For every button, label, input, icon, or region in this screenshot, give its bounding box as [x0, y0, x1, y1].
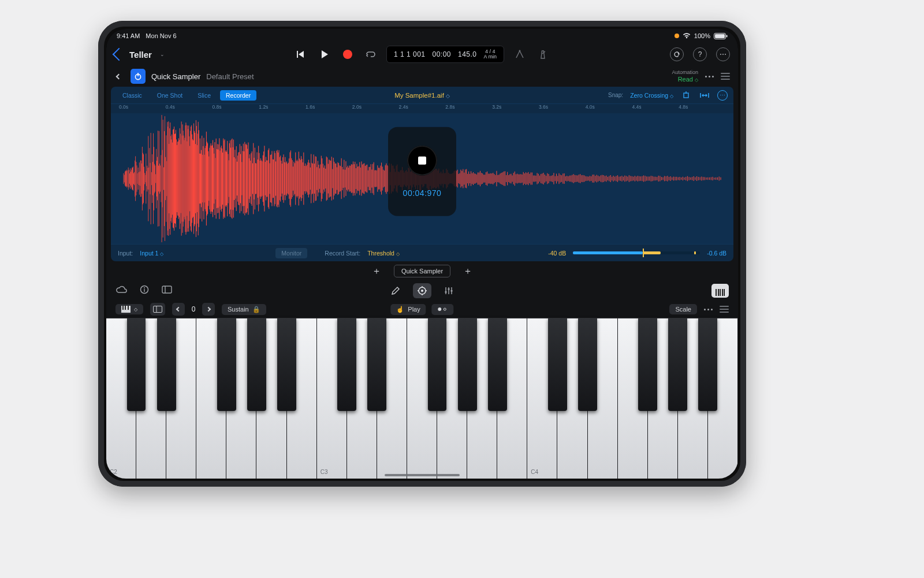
- more-menu-button[interactable]: ⋯: [716, 47, 730, 61]
- svg-rect-39: [141, 161, 141, 197]
- input-level-meter[interactable]: [573, 251, 700, 254]
- svg-rect-538: [572, 175, 572, 183]
- sustain-button[interactable]: Sustain🔒: [222, 304, 266, 315]
- svg-rect-37: [140, 172, 140, 186]
- keyboard-more-icon[interactable]: [704, 309, 713, 310]
- record-start-value[interactable]: Threshold◇: [367, 250, 400, 257]
- svg-rect-110: [183, 131, 184, 227]
- play-mode-button[interactable]: ☝Play: [390, 304, 426, 315]
- play-button[interactable]: [317, 47, 332, 62]
- svg-rect-180: [226, 150, 226, 207]
- keyboard-drag-handle-icon[interactable]: [720, 306, 729, 313]
- svg-rect-572: [619, 177, 619, 181]
- trim-icon[interactable]: [680, 90, 692, 101]
- black-key[interactable]: [488, 318, 507, 411]
- project-dropdown-caret[interactable]: ⌄: [160, 51, 165, 57]
- svg-rect-50: [147, 168, 148, 190]
- glissando-button[interactable]: [432, 304, 454, 315]
- black-key[interactable]: [668, 318, 687, 411]
- svg-rect-16: [126, 170, 127, 188]
- svg-rect-30: [135, 156, 136, 201]
- svg-rect-65: [157, 161, 157, 197]
- svg-rect-229: [260, 158, 261, 199]
- power-button[interactable]: [131, 69, 146, 84]
- sample-filename[interactable]: My Sample#1.aif◇: [394, 92, 450, 99]
- undo-button[interactable]: [670, 47, 684, 61]
- keyboard-mode-selector[interactable]: ◇: [116, 304, 143, 314]
- lcd-display[interactable]: 1 1 1 001 00:00 145.0 4 / 4A min: [386, 46, 504, 63]
- svg-rect-643: [162, 286, 172, 293]
- black-key[interactable]: [638, 318, 657, 411]
- split-view-icon[interactable]: [150, 303, 165, 316]
- loop-markers-icon[interactable]: [699, 90, 710, 101]
- project-title[interactable]: Teller: [129, 50, 152, 60]
- mode-tab-slice[interactable]: Slice: [192, 90, 217, 101]
- automation-selector[interactable]: Automation Read ◇: [672, 70, 698, 83]
- tuner-icon[interactable]: [512, 47, 527, 62]
- back-button[interactable]: [113, 48, 126, 61]
- svg-rect-633: [711, 177, 711, 180]
- svg-rect-547: [584, 175, 584, 181]
- black-key[interactable]: [578, 318, 597, 411]
- stop-record-button[interactable]: [407, 146, 437, 176]
- instrument-preset[interactable]: Default Preset: [206, 72, 254, 81]
- metronome-icon[interactable]: [535, 47, 550, 62]
- mode-tab-classic[interactable]: Classic: [117, 90, 148, 101]
- input-value[interactable]: Input 1 ◇: [140, 250, 163, 257]
- black-key[interactable]: [127, 318, 146, 411]
- black-key[interactable]: [247, 318, 266, 411]
- mixer-sliders-icon[interactable]: [439, 283, 458, 298]
- mode-tab-oneshot[interactable]: One Shot: [151, 90, 188, 101]
- svg-rect-495: [517, 174, 517, 184]
- record-button[interactable]: [340, 47, 355, 62]
- black-key[interactable]: [367, 318, 386, 411]
- black-key[interactable]: [458, 318, 477, 411]
- piano-keyboard[interactable]: C2 C3 C4: [106, 318, 738, 479]
- svg-rect-520: [548, 174, 549, 183]
- mode-tab-recorder[interactable]: Recorder: [220, 90, 256, 101]
- svg-rect-80: [166, 135, 166, 222]
- svg-rect-554: [594, 175, 594, 183]
- scale-button[interactable]: Scale: [669, 304, 697, 314]
- rewind-button[interactable]: [294, 47, 309, 62]
- instrument-back-button[interactable]: [112, 70, 125, 83]
- svg-rect-550: [588, 177, 588, 181]
- waveform-display[interactable]: 00:04:970: [111, 113, 733, 244]
- svg-rect-15: [126, 171, 126, 187]
- instrument-more-icon[interactable]: [705, 76, 714, 77]
- cloud-icon[interactable]: [116, 286, 127, 296]
- info-icon[interactable]: [140, 285, 149, 297]
- black-key[interactable]: [428, 318, 447, 411]
- black-key[interactable]: [157, 318, 176, 411]
- plugin-chip[interactable]: Quick Sampler: [394, 265, 450, 277]
- black-key[interactable]: [548, 318, 567, 411]
- svg-rect-626: [700, 177, 701, 180]
- svg-rect-292: [310, 168, 311, 190]
- monitor-button[interactable]: Monitor: [275, 248, 307, 258]
- black-key[interactable]: [277, 318, 296, 411]
- smart-controls-icon[interactable]: [413, 283, 431, 298]
- svg-rect-193: [234, 150, 235, 208]
- black-key[interactable]: [217, 318, 236, 411]
- svg-rect-85: [169, 144, 169, 213]
- sampler-more-icon[interactable]: ⋯: [717, 90, 728, 101]
- cycle-button[interactable]: [363, 47, 378, 62]
- octave-up-button[interactable]: [202, 303, 215, 316]
- add-plugin-right[interactable]: ＋: [463, 265, 472, 277]
- black-key[interactable]: [337, 318, 356, 411]
- black-key[interactable]: [698, 318, 717, 411]
- svg-rect-628: [703, 177, 703, 180]
- pencil-icon[interactable]: [386, 283, 405, 298]
- add-plugin-left[interactable]: ＋: [372, 265, 381, 277]
- svg-rect-72: [161, 155, 161, 202]
- help-button[interactable]: ?: [693, 47, 707, 61]
- svg-rect-29: [135, 161, 135, 197]
- svg-rect-556: [597, 175, 597, 183]
- svg-rect-574: [621, 176, 622, 181]
- svg-rect-132: [195, 144, 196, 213]
- octave-down-button[interactable]: [172, 303, 185, 316]
- sidebar-icon[interactable]: [162, 286, 172, 296]
- drag-handle-icon[interactable]: [721, 73, 730, 80]
- snap-value[interactable]: Zero Crossing ◇: [630, 92, 673, 99]
- keyboard-view-toggle[interactable]: [711, 284, 729, 298]
